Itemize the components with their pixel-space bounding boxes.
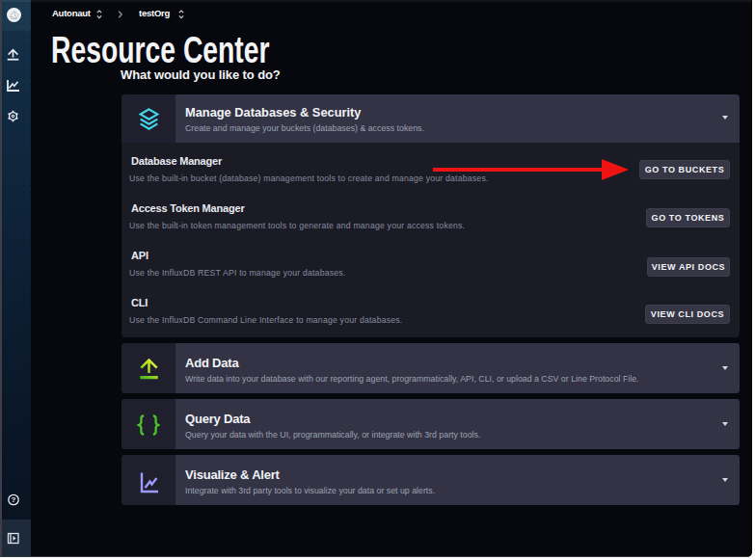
svg-text:?: ? bbox=[12, 495, 16, 504]
